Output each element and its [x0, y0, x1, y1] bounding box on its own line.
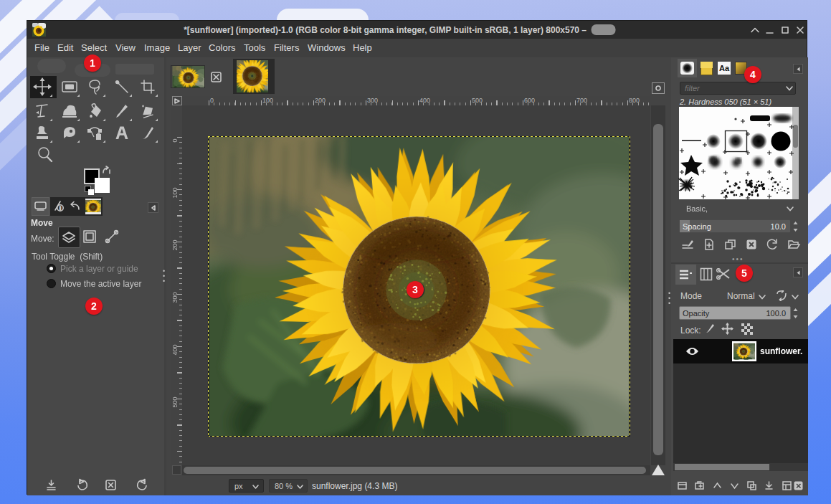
svg-text:i: i — [60, 206, 61, 211]
